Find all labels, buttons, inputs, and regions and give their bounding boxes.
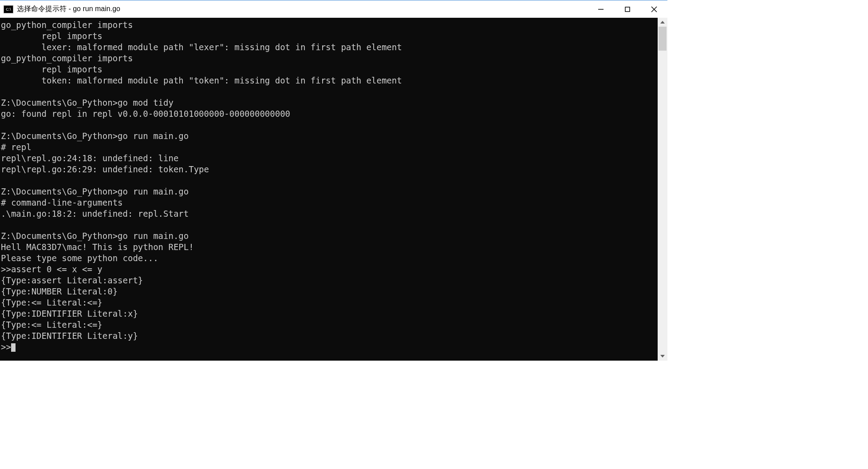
app-icon: C:\	[4, 5, 13, 13]
scroll-up-button[interactable]	[658, 18, 667, 27]
scroll-down-button[interactable]	[658, 352, 667, 361]
close-icon	[651, 6, 658, 13]
maximize-icon	[624, 6, 631, 12]
svg-rect-1	[625, 7, 630, 12]
scroll-thumb[interactable]	[659, 27, 667, 51]
title-bar: C:\ 选择命令提示符 - go run main.go	[0, 0, 667, 18]
window-controls	[588, 0, 667, 18]
terminal-output[interactable]: go_python_compiler imports repl imports …	[0, 18, 658, 361]
scrollbar[interactable]	[658, 18, 667, 361]
window-title: 选择命令提示符 - go run main.go	[17, 4, 120, 14]
cursor	[11, 343, 16, 352]
minimize-button[interactable]	[588, 0, 614, 18]
minimize-icon	[598, 6, 604, 12]
maximize-button[interactable]	[614, 0, 641, 18]
close-button[interactable]	[641, 0, 667, 18]
chevron-down-icon	[660, 355, 665, 358]
terminal-area: go_python_compiler imports repl imports …	[0, 18, 667, 361]
chevron-up-icon	[660, 21, 665, 24]
